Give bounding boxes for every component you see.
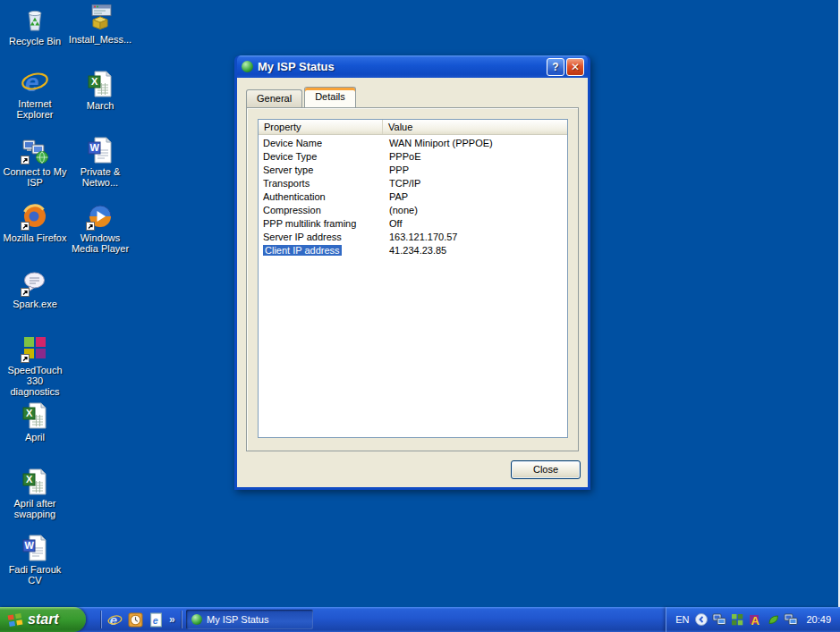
system-tray: EN 20:49 — [666, 607, 840, 632]
icon-label: Spark.exe — [2, 299, 68, 309]
column-header-property[interactable]: Property — [259, 120, 383, 134]
icon-label: Windows Media Player — [67, 232, 133, 254]
close-button[interactable]: Close — [511, 460, 581, 479]
property-value-list[interactable]: Property Value Device Name WAN Miniport … — [258, 119, 568, 438]
table-row[interactable]: PPP multilink framing Off — [259, 217, 567, 231]
value-cell: PAP — [383, 190, 567, 204]
internet-explorer-icon — [20, 68, 50, 97]
installer-icon — [85, 4, 115, 32]
icon-label: Internet Explorer — [2, 98, 68, 120]
value-cell: WAN Miniport (PPPOE) — [383, 137, 567, 150]
property-cell: Device Type — [263, 151, 317, 162]
speedtouch-agent-icon[interactable] — [730, 612, 744, 627]
antivirus-a-icon[interactable] — [748, 612, 762, 627]
property-cell: PPP multilink framing — [263, 218, 356, 229]
recycle-bin-icon — [20, 5, 50, 34]
quick-launch: » — [93, 607, 190, 632]
icon-label: Connect to My ISP — [2, 166, 68, 188]
value-cell: PPP — [383, 164, 567, 177]
internet-explorer-icon[interactable] — [107, 612, 123, 628]
value-cell: (none) — [383, 204, 567, 217]
property-cell: Compression — [263, 205, 321, 215]
clock-launcher-icon[interactable] — [128, 612, 143, 628]
quick-launch-more-button[interactable]: » — [169, 613, 175, 626]
desktop-icon-connect-to-my-isp[interactable]: Connect to My ISP — [2, 136, 68, 188]
property-cell: Client IP address — [263, 245, 342, 256]
excel-document-icon — [85, 70, 115, 98]
desktop-icon-april[interactable]: April — [2, 401, 68, 442]
details-tab-panel: Property Value Device Name WAN Miniport … — [246, 107, 579, 451]
desktop-icon-recycle-bin[interactable]: Recycle Bin — [2, 5, 68, 46]
desktop-icon-april-after-swapping[interactable]: April after swapping — [2, 468, 68, 519]
excel-document-icon — [20, 468, 50, 496]
task-button-label: My ISP Status — [207, 614, 269, 625]
firefox-icon — [20, 202, 50, 231]
table-row[interactable]: Server IP address 163.121.170.57 — [259, 231, 567, 244]
desktop-icon-spark[interactable]: Spark.exe — [2, 268, 68, 309]
desktop-icon-private-network[interactable]: Private & Netwo... — [67, 136, 133, 188]
value-cell: 163.121.170.57 — [383, 231, 567, 244]
desktop-icon-fadi-farouk-cv[interactable]: Fadi Farouk CV — [2, 534, 68, 586]
start-button[interactable]: start — [0, 607, 86, 632]
network-connection-icon — [20, 136, 50, 164]
tab-strip: General Details — [246, 87, 358, 107]
icon-label: SpeedTouch 330 diagnostics — [2, 365, 68, 397]
table-row[interactable]: Transports TCP/IP — [259, 177, 567, 190]
network-status-icon[interactable] — [712, 612, 726, 627]
divider — [100, 611, 102, 628]
property-cell: Transports — [263, 178, 310, 189]
desktop-icon-mozilla-firefox[interactable]: Mozilla Firefox — [2, 202, 68, 243]
value-cell: TCP/IP — [383, 177, 567, 190]
value-cell: Off — [383, 217, 567, 231]
table-row[interactable]: Device Name WAN Miniport (PPPOE) — [259, 137, 567, 150]
status-sphere-icon — [242, 61, 253, 72]
table-row[interactable]: Authentication PAP — [259, 190, 567, 204]
icon-label: Fadi Farouk CV — [2, 564, 68, 586]
list-rows: Device Name WAN Miniport (PPPOE) Device … — [259, 135, 567, 257]
desktop-icon-speedtouch-diagnostics[interactable]: SpeedTouch 330 diagnostics — [2, 334, 68, 397]
excel-document-icon — [20, 401, 50, 430]
property-cell: Device Name — [263, 138, 322, 148]
table-row[interactable]: Server type PPP — [259, 164, 567, 177]
icon-label: March — [67, 100, 133, 111]
desktop-icon-windows-media-player[interactable]: Windows Media Player — [67, 202, 133, 254]
table-row[interactable]: Device Type PPPoE — [259, 150, 567, 164]
list-header: Property Value — [259, 120, 567, 135]
ie-document-icon[interactable] — [148, 612, 164, 628]
windows-flag-icon — [7, 612, 23, 628]
icon-label: Private & Netwo... — [67, 166, 133, 188]
icon-label: April — [2, 432, 68, 442]
column-header-value[interactable]: Value — [383, 120, 567, 134]
dialog-my-isp-status: My ISP Status ? ✕ General Details Proper… — [234, 55, 590, 490]
desktop: Recycle Bin Install_Mess... Internet Exp… — [0, 0, 840, 632]
dialog-titlebar[interactable]: My ISP Status ? ✕ — [237, 55, 588, 78]
icon-label: Mozilla Firefox — [2, 232, 68, 243]
close-icon[interactable]: ✕ — [566, 58, 584, 76]
table-row-selected[interactable]: Client IP address 41.234.23.85 — [259, 244, 567, 257]
icon-label: Install_Mess... — [67, 34, 133, 45]
start-label: start — [28, 611, 59, 628]
tab-details[interactable]: Details — [304, 87, 356, 107]
property-cell: Server type — [263, 164, 313, 175]
desktop-icon-internet-explorer[interactable]: Internet Explorer — [2, 68, 68, 120]
desktop-icon-march[interactable]: March — [67, 70, 133, 111]
property-cell: Authentication — [263, 191, 326, 202]
desktop-icon-install-mess[interactable]: Install_Mess... — [67, 4, 133, 45]
value-cell: 41.234.23.85 — [383, 244, 567, 257]
hide-icons-chevron[interactable] — [694, 612, 708, 627]
network-status-icon[interactable] — [784, 612, 798, 627]
dialog-title: My ISP Status — [258, 60, 545, 73]
language-indicator[interactable]: EN — [675, 614, 689, 625]
dialog-body: General Details Property Value Device Na… — [237, 78, 588, 487]
tab-general[interactable]: General — [246, 89, 302, 107]
chat-bubble-icon — [20, 268, 50, 297]
value-cell: PPPoE — [383, 150, 567, 164]
media-player-icon — [85, 202, 115, 231]
taskbar-clock[interactable]: 20:49 — [806, 614, 831, 625]
word-document-icon — [20, 534, 50, 562]
speedtouch-icon — [20, 334, 50, 363]
taskbar-button-my-isp-status[interactable]: My ISP Status — [186, 610, 313, 629]
green-utility-icon[interactable] — [766, 612, 780, 627]
help-button[interactable]: ? — [547, 58, 564, 76]
table-row[interactable]: Compression (none) — [259, 204, 567, 217]
